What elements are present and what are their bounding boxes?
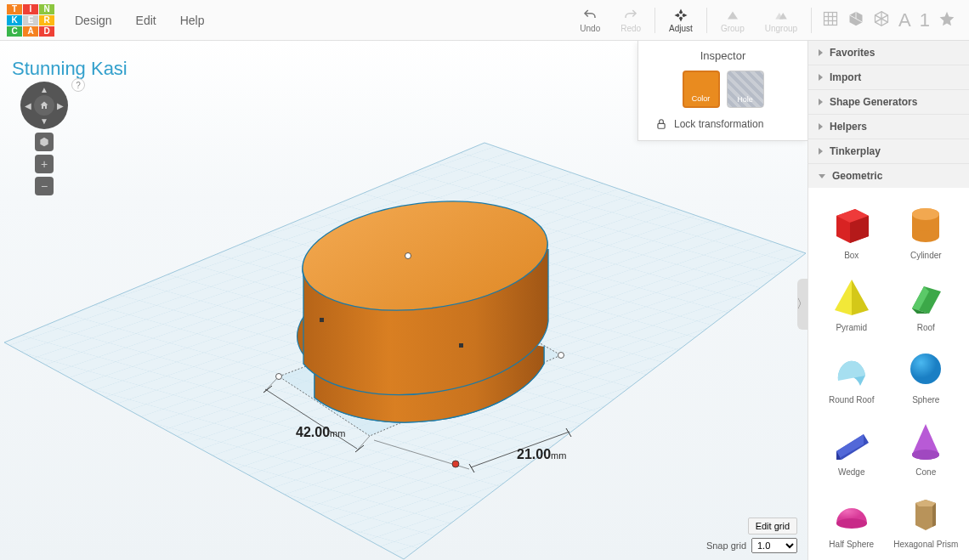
shape-sphere-label: Sphere	[912, 395, 939, 404]
menu-edit[interactable]: Edit	[124, 8, 168, 32]
redo-label: Redo	[620, 24, 641, 33]
panel-helpers-label: Helpers	[830, 121, 867, 133]
canvas[interactable]: Stunning Kasi ▲ ▼ ◀ ▶ ? + −	[0, 41, 808, 560]
svg-point-23	[405, 253, 411, 259]
logo[interactable]: T I N K E R C A D	[7, 4, 54, 37]
adjust-toolbar: Adjust	[659, 3, 703, 37]
undo-label: Undo	[580, 24, 600, 33]
shape-half-sphere[interactable]: Half Sphere	[817, 485, 887, 552]
shape-hex-prism-label: Hexagonal Prism	[893, 540, 958, 549]
ungroup-button[interactable]: Ungroup	[755, 3, 808, 37]
snap-grid-select[interactable]: 1.0	[751, 538, 797, 553]
panel-tinkerplay[interactable]: Tinkerplay	[808, 139, 969, 163]
svg-point-24	[276, 374, 282, 380]
main-menu: Design Edit Help	[63, 8, 217, 32]
dimension-depth[interactable]: 21.00mm	[517, 447, 566, 462]
text-tool-button[interactable]: A	[898, 9, 911, 31]
panel-favorites-label: Favorites	[830, 47, 875, 59]
snap-grid-label: Snap grid	[706, 540, 746, 551]
shape-round-roof[interactable]: Round Roof	[817, 341, 887, 408]
main-area: Stunning Kasi ▲ ▼ ◀ ▶ ? + −	[0, 41, 969, 560]
shape-box[interactable]: Box	[817, 196, 887, 263]
panel-shape-generators[interactable]: Shape Generators	[808, 90, 969, 114]
group-button[interactable]: Group	[711, 3, 755, 37]
svg-point-31	[452, 461, 459, 467]
menu-design[interactable]: Design	[63, 8, 124, 32]
shape-wedge[interactable]: Wedge	[817, 413, 887, 480]
adjust-button[interactable]: Adjust	[659, 3, 703, 37]
color-swatch[interactable]: Color	[683, 71, 720, 108]
group-label: Group	[721, 24, 745, 33]
svg-point-52	[836, 518, 867, 529]
menu-help[interactable]: Help	[168, 8, 217, 32]
shape-roof-label: Roof	[917, 323, 935, 332]
shape-roof[interactable]: Roof	[892, 269, 961, 336]
shape-cylinder[interactable]: Cylinder	[892, 196, 961, 263]
shape-box-label: Box	[844, 251, 858, 260]
shape-cone[interactable]: Cone	[892, 413, 961, 480]
svg-point-45	[910, 354, 941, 384]
panel-tinkerplay-label: Tinkerplay	[830, 145, 881, 157]
edit-grid-button[interactable]: Edit grid	[748, 518, 797, 535]
sphere-icon	[900, 344, 951, 392]
redo-button[interactable]: Redo	[610, 3, 651, 37]
shape-pyramid-label: Pyramid	[836, 323, 867, 332]
lock-label: Lock transformation	[674, 118, 763, 130]
view-toolbar: A 1	[815, 9, 962, 31]
group-icon	[725, 7, 740, 24]
lock-icon	[655, 118, 667, 130]
shape-wedge-label: Wedge	[838, 467, 865, 477]
shape-cone-label: Cone	[915, 467, 936, 477]
adjust-label: Adjust	[669, 24, 693, 33]
solid-view-icon[interactable]	[847, 10, 864, 31]
panel-shape-generators-label: Shape Generators	[830, 96, 917, 108]
svg-point-51	[912, 450, 939, 460]
shape-hexagonal-prism[interactable]: Hexagonal Prism	[892, 485, 961, 552]
panel-helpers[interactable]: Helpers	[808, 115, 969, 139]
dim-width-unit: mm	[330, 428, 345, 438]
sidebar-collapse-handle[interactable]: 〉	[797, 279, 808, 330]
group-toolbar: Group Ungroup	[711, 3, 808, 37]
cylinder-icon	[900, 200, 951, 247]
ungroup-label: Ungroup	[765, 24, 797, 33]
wire-view-icon[interactable]	[873, 10, 890, 31]
dim-depth-unit: mm	[551, 450, 566, 461]
svg-point-39	[912, 208, 939, 220]
shape-half-sphere-label: Half Sphere	[829, 540, 874, 549]
number-tool-button[interactable]: 1	[920, 9, 930, 31]
shape-cylinder-label: Cylinder	[910, 251, 942, 260]
panel-favorites[interactable]: Favorites	[808, 41, 969, 65]
adjust-icon	[673, 7, 688, 24]
box-icon	[826, 200, 877, 247]
svg-point-25	[558, 353, 564, 359]
svg-marker-41	[835, 280, 852, 315]
ungroup-icon	[774, 7, 789, 24]
workplane-icon[interactable]	[822, 10, 839, 31]
hole-swatch[interactable]: Hole	[727, 71, 764, 108]
panel-import-label: Import	[830, 71, 861, 83]
hex-prism-icon	[900, 489, 951, 536]
undo-button[interactable]: Undo	[570, 3, 610, 37]
dim-depth-value: 21.00	[517, 447, 551, 461]
hole-swatch-label: Hole	[737, 95, 753, 104]
history-toolbar: Undo Redo	[570, 3, 651, 37]
shape-pyramid[interactable]: Pyramid	[817, 269, 887, 336]
panel-geometric[interactable]: Geometric	[808, 164, 969, 188]
svg-rect-0	[824, 12, 837, 25]
dimension-width[interactable]: 42.00mm	[296, 425, 345, 440]
round-roof-icon	[826, 344, 877, 392]
menubar: T I N K E R C A D Design Edit Help Undo …	[0, 0, 969, 41]
shape-round-roof-label: Round Roof	[829, 395, 874, 404]
svg-rect-26	[320, 318, 324, 322]
star-icon[interactable]	[938, 10, 955, 31]
panel-import[interactable]: Import	[808, 65, 969, 89]
shapes-sidebar: Favorites Import Shape Generators Helper…	[808, 41, 969, 560]
svg-rect-27	[459, 343, 463, 348]
undo-icon	[582, 7, 598, 24]
panel-geometric-label: Geometric	[832, 170, 882, 182]
shape-sphere[interactable]: Sphere	[892, 341, 961, 408]
wedge-icon	[826, 416, 877, 464]
roof-icon	[900, 272, 951, 320]
lock-transformation[interactable]: Lock transformation	[649, 118, 797, 130]
redo-icon	[623, 7, 638, 24]
